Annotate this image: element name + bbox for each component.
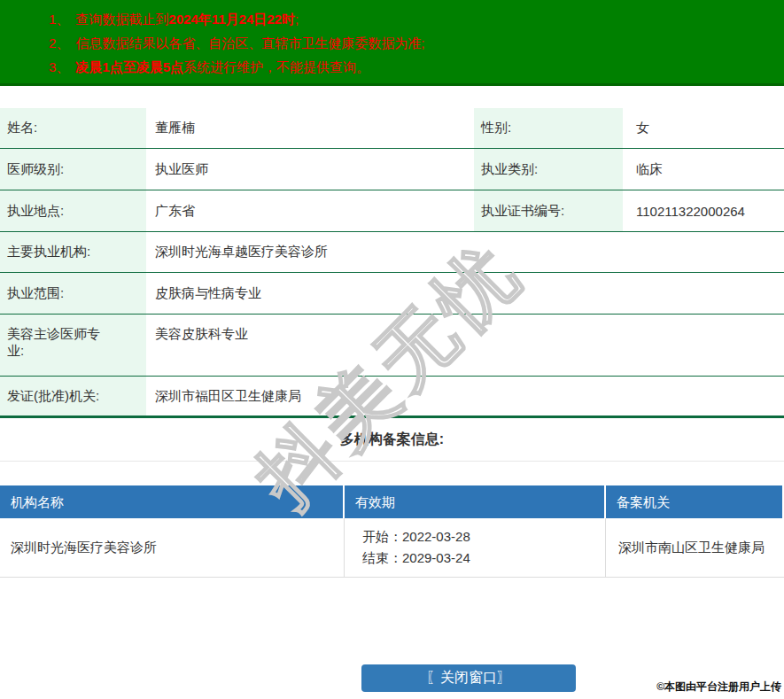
doctor-level-value: 执业医师 (146, 149, 474, 190)
name-label: 姓名: (0, 108, 146, 148)
close-window-button[interactable]: 〖关闭窗口〗 (361, 664, 576, 692)
certificate-number-value: 110211322000264 (623, 190, 784, 231)
table-row: 主要执业机构: 深圳时光海卓越医疗美容诊所 (0, 232, 784, 273)
table-row: 发证(批准)机关: 深圳市福田区卫生健康局 (0, 377, 784, 418)
multi-org-filing-heading: 多机构备案信息: (0, 419, 784, 461)
table-row: 医师级别: 执业医师 执业类别: 临床 (0, 149, 784, 190)
divider (0, 461, 784, 462)
doctor-level-label: 医师级别: (0, 149, 146, 190)
issuing-authority-value: 深圳市福田区卫生健康局 (146, 377, 784, 416)
table-row: 执业地点: 广东省 执业证书编号: 110211322000264 (0, 190, 784, 232)
notice-number: 2、 (49, 35, 69, 50)
org-name-value: 深圳时光海医疗美容诊所 (0, 518, 345, 577)
practice-location-value: 广东省 (146, 190, 474, 231)
org-name-header: 机构名称 (0, 485, 345, 518)
practice-location-label: 执业地点: (0, 190, 146, 231)
start-label: 开始： (362, 526, 402, 548)
notice-banner: 1、查询数据截止到2024年11月24日22时; 2、信息数据结果以各省、自治区… (0, 0, 784, 86)
start-date: 2022-03-28 (402, 529, 470, 544)
cosmetic-specialty-label: 美容主诊医师专业: (0, 315, 146, 376)
table-row: 姓名: 董雁楠 性别: 女 (0, 108, 784, 149)
cosmetic-specialty-value: 美容皮肤科专业 (146, 315, 784, 376)
practice-scope-label: 执业范围: (0, 273, 146, 314)
name-value: 董雁楠 (146, 108, 474, 148)
practice-category-value: 临床 (623, 149, 784, 190)
validity-header: 有效期 (345, 485, 606, 518)
issuing-authority-label: 发证(批准)机关: (0, 377, 146, 416)
validity-value: 开始：2022-03-28 结束：2029-03-24 (345, 518, 606, 577)
notice-number: 3、 (49, 59, 69, 74)
gender-label: 性别: (474, 108, 623, 148)
notice-text-bold: 凌晨1点至凌晨5点 (75, 59, 183, 74)
query-result-page: 1、查询数据截止到2024年11月24日22时; 2、信息数据结果以各省、自治区… (0, 0, 784, 699)
main-institution-value: 深圳时光海卓越医疗美容诊所 (146, 232, 784, 272)
notice-line-1: 1、查询数据截止到2024年11月24日22时; (49, 7, 784, 31)
practice-category-label: 执业类别: (474, 149, 623, 190)
filing-authority-header: 备案机关 (606, 485, 782, 518)
end-date: 2029-03-24 (402, 550, 470, 565)
filing-table-header: 机构名称 有效期 备案机关 (0, 485, 784, 518)
certificate-number-label: 执业证书编号: (474, 190, 623, 231)
practice-scope-value: 皮肤病与性病专业 (146, 273, 784, 314)
notice-text-bold: 2024年11月24日22时 (168, 12, 295, 27)
notice-line-2: 2、信息数据结果以各省、自治区、直辖市卫生健康委数据为准; (49, 31, 784, 55)
notice-text: 系统进行维护，不能提供查询。 (183, 59, 369, 74)
notice-text: 查询数据截止到 (75, 12, 168, 27)
upload-credit-text: ©本图由平台注册用户上传 (656, 680, 781, 695)
notice-number: 1、 (49, 12, 69, 27)
multi-org-filing-table: 机构名称 有效期 备案机关 深圳时光海医疗美容诊所 开始：2022-03-28 … (0, 485, 784, 578)
filing-table-row: 深圳时光海医疗美容诊所 开始：2022-03-28 结束：2029-03-24 … (0, 518, 784, 578)
main-institution-label: 主要执业机构: (0, 232, 146, 272)
validity-start: 开始：2022-03-28 (362, 526, 605, 548)
table-row: 执业范围: 皮肤病与性病专业 (0, 273, 784, 315)
gender-value: 女 (623, 108, 784, 148)
filing-authority-value: 深圳市南山区卫生健康局 (606, 518, 784, 577)
practitioner-info-table: 姓名: 董雁楠 性别: 女 医师级别: 执业医师 执业类别: 临床 执业地点: … (0, 108, 784, 418)
validity-end: 结束：2029-03-24 (362, 548, 605, 569)
end-label: 结束： (362, 548, 402, 569)
table-row: 美容主诊医师专业: 美容皮肤科专业 (0, 315, 784, 377)
notice-text: ; (295, 12, 299, 27)
notice-line-3: 3、凌晨1点至凌晨5点系统进行维护，不能提供查询。 (49, 55, 784, 79)
notice-text: 信息数据结果以各省、自治区、直辖市卫生健康委数据为准; (75, 35, 424, 50)
